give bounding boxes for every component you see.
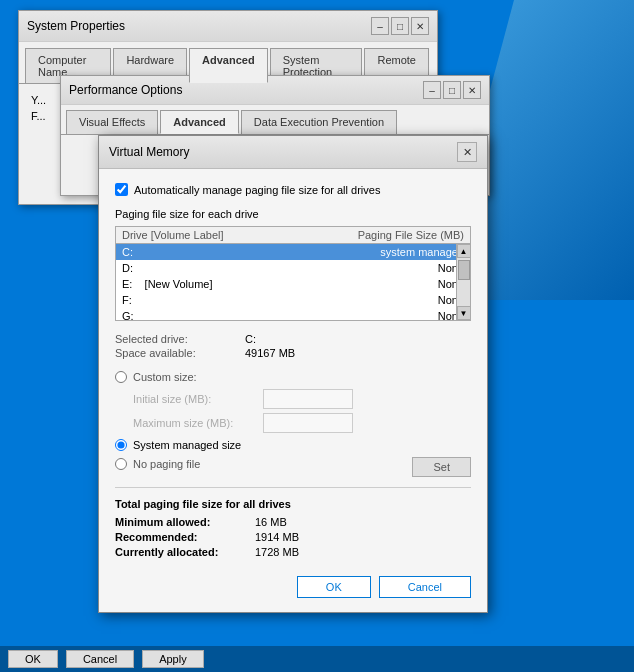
recommended-label: Recommended: [115, 531, 255, 543]
scroll-thumb[interactable] [458, 260, 470, 280]
total-section: Total paging file size for all drives Mi… [115, 487, 471, 558]
perf-options-title: Performance Options [69, 83, 182, 97]
drive-letter-c: C: [122, 246, 324, 258]
drive-size-g: None [324, 310, 464, 320]
selected-drive-value: C: [245, 333, 256, 345]
recommended-row: Recommended: 1914 MB [115, 531, 471, 543]
virtual-memory-dialog: Virtual Memory ✕ Automatically manage pa… [98, 135, 488, 613]
initial-size-row: Initial size (MB): [115, 389, 471, 409]
bottom-ok-button[interactable]: OK [8, 650, 58, 668]
info-section: Selected drive: C: Space available: 4916… [115, 333, 471, 359]
drive-letter-d: D: [122, 262, 324, 274]
recommended-value: 1914 MB [255, 531, 299, 543]
selected-drive-label: Selected drive: [115, 333, 245, 345]
cancel-button[interactable]: Cancel [379, 576, 471, 598]
paging-section-label: Paging file size for each drive [115, 208, 471, 220]
selected-drive-row: Selected drive: C: [115, 333, 471, 345]
drive-scrollbar[interactable]: ▲ ▼ [456, 244, 470, 320]
sys-props-close-button[interactable]: ✕ [411, 17, 429, 35]
drive-row-c[interactable]: C: system managed [116, 244, 470, 260]
virt-mem-titlebar: Virtual Memory ✕ [99, 136, 487, 169]
drive-row-f[interactable]: F: None [116, 292, 470, 308]
tab-visual-effects[interactable]: Visual Effects [66, 110, 158, 134]
virt-mem-body: Automatically manage paging file size fo… [99, 169, 487, 612]
no-paging-label: No paging file [133, 458, 200, 470]
auto-manage-checkbox[interactable] [115, 183, 128, 196]
sys-props-maximize-button[interactable]: □ [391, 17, 409, 35]
no-paging-radio[interactable] [115, 458, 127, 470]
drive-letter-f: F: [122, 294, 324, 306]
perf-maximize-button[interactable]: □ [443, 81, 461, 99]
system-managed-label: System managed size [133, 439, 241, 451]
space-available-value: 49167 MB [245, 347, 295, 359]
currently-allocated-label: Currently allocated: [115, 546, 255, 558]
bottom-cancel-button[interactable]: Cancel [66, 650, 134, 668]
drive-row-d[interactable]: D: None [116, 260, 470, 276]
scroll-down-button[interactable]: ▼ [457, 306, 471, 320]
maximum-size-row: Maximum size (MB): [115, 413, 471, 433]
minimum-allowed-value: 16 MB [255, 516, 287, 528]
custom-size-radio[interactable] [115, 371, 127, 383]
perf-options-controls: – □ ✕ [423, 81, 481, 99]
perf-close-button[interactable]: ✕ [463, 81, 481, 99]
set-button[interactable]: Set [412, 457, 471, 477]
sys-props-titlebar: System Properties – □ ✕ [19, 11, 437, 42]
currently-allocated-row: Currently allocated: 1728 MB [115, 546, 471, 558]
bottom-bar: OK Cancel Apply [0, 646, 634, 672]
drive-letter-g: G: [122, 310, 324, 320]
auto-manage-label: Automatically manage paging file size fo… [134, 184, 380, 196]
minimum-allowed-label: Minimum allowed: [115, 516, 255, 528]
total-section-title: Total paging file size for all drives [115, 498, 471, 510]
drive-row-g[interactable]: G: None [116, 308, 470, 320]
space-available-label: Space available: [115, 347, 245, 359]
sys-props-title: System Properties [27, 19, 125, 33]
no-paging-row: No paging file [115, 458, 200, 470]
tab-perf-advanced[interactable]: Advanced [160, 110, 239, 134]
maximum-size-input[interactable] [263, 413, 353, 433]
virt-mem-close-button[interactable]: ✕ [457, 142, 477, 162]
tab-advanced[interactable]: Advanced [189, 48, 268, 83]
drive-size-f: None [324, 294, 464, 306]
initial-size-input[interactable] [263, 389, 353, 409]
sys-props-controls: – □ ✕ [371, 17, 429, 35]
dialog-buttons: OK Cancel [115, 572, 471, 598]
virt-mem-title: Virtual Memory [109, 145, 189, 159]
custom-size-row: Custom size: [115, 371, 471, 383]
system-managed-row: System managed size [115, 439, 471, 451]
minimum-allowed-row: Minimum allowed: 16 MB [115, 516, 471, 528]
sys-props-minimize-button[interactable]: – [371, 17, 389, 35]
ok-button[interactable]: OK [297, 576, 371, 598]
drive-table-header: Drive [Volume Label] Paging File Size (M… [116, 227, 470, 244]
system-managed-radio[interactable] [115, 439, 127, 451]
option-section: Custom size: Initial size (MB): Maximum … [115, 371, 471, 477]
drive-table: Drive [Volume Label] Paging File Size (M… [115, 226, 471, 321]
drive-size-c: system managed [324, 246, 464, 258]
perf-options-titlebar: Performance Options – □ ✕ [61, 76, 489, 105]
drive-row-e[interactable]: E: [New Volume] None [116, 276, 470, 292]
bottom-apply-button[interactable]: Apply [142, 650, 204, 668]
tab-data-execution[interactable]: Data Execution Prevention [241, 110, 397, 134]
drive-size-d: None [324, 262, 464, 274]
custom-size-label: Custom size: [133, 371, 197, 383]
drive-list: C: system managed D: None E: [New Volume… [116, 244, 470, 320]
no-paging-set-row: No paging file Set [115, 457, 471, 477]
initial-size-label: Initial size (MB): [133, 393, 263, 405]
drive-header-size: Paging File Size (MB) [324, 229, 464, 241]
drive-header-label: Drive [Volume Label] [122, 229, 324, 241]
currently-allocated-value: 1728 MB [255, 546, 299, 558]
auto-manage-row: Automatically manage paging file size fo… [115, 183, 471, 196]
perf-options-tabs: Visual Effects Advanced Data Execution P… [61, 105, 489, 135]
maximum-size-label: Maximum size (MB): [133, 417, 263, 429]
space-available-row: Space available: 49167 MB [115, 347, 471, 359]
drive-size-e: None [324, 278, 464, 290]
scroll-up-button[interactable]: ▲ [457, 244, 471, 258]
drive-letter-e: E: [New Volume] [122, 278, 324, 290]
perf-minimize-button[interactable]: – [423, 81, 441, 99]
